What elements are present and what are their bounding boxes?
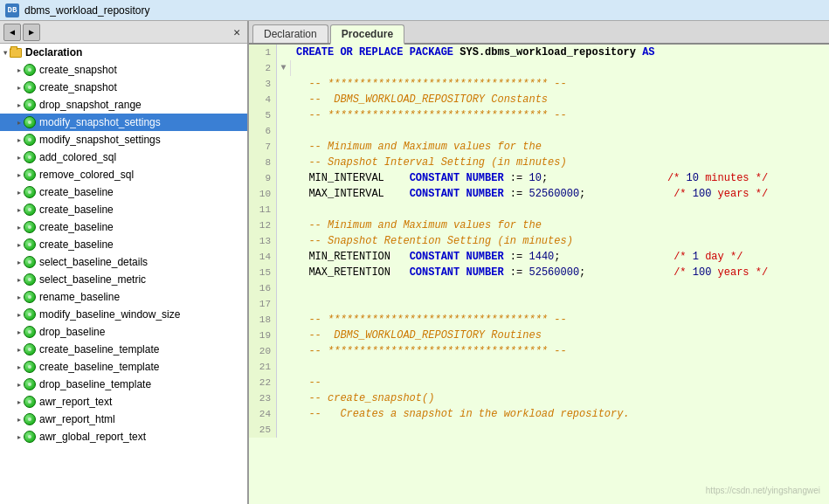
tree-item-create_baseline_3[interactable]: ▸ create_baseline	[0, 218, 247, 236]
arrow-icon: ▸	[17, 433, 21, 441]
tree-item-label: create_baseline	[39, 204, 114, 216]
tree-item-drop_snapshot_range[interactable]: ▸ drop_snapshot_range	[0, 96, 247, 114]
tree-item-awr_global_report_text[interactable]: ▸ awr_global_report_text	[0, 428, 247, 445]
line-number: 4	[249, 92, 277, 107]
code-line-22: 22 --	[249, 375, 829, 390]
line-number: 16	[249, 280, 277, 296]
tree-item-label: select_baseline_metric	[39, 273, 146, 286]
tree-item-label: modify_baseline_window_size	[39, 308, 180, 321]
code-line-21: 21	[249, 359, 829, 375]
tree-item-modify_snapshot_settings_sel[interactable]: ▸ modify_snapshot_settings	[0, 114, 247, 131]
tree-item-label: create_snapshot	[39, 64, 117, 76]
forward-button[interactable]: ▶	[23, 24, 40, 41]
tree-item-label: Declaration	[25, 46, 82, 59]
tree-item-select_baseline_metric[interactable]: ▸ select_baseline_metric	[0, 271, 247, 288]
tree-item-awr_report_text[interactable]: ▸ awr_report_text	[0, 393, 247, 411]
tree-item-modify_baseline_window_size[interactable]: ▸ modify_baseline_window_size	[0, 306, 247, 323]
method-icon	[23, 342, 37, 356]
arrow-icon: ▸	[17, 119, 21, 127]
tree-item-label: create_baseline_template	[39, 343, 159, 356]
code-line-13: 13 -- Snapshot Retention Setting (in min…	[249, 233, 829, 249]
left-panel: ◀ ▶ ✕ ▾ Declaration▸ create_snapshot▸ cr…	[0, 21, 249, 504]
tree-item-awr_report_html[interactable]: ▸ awr_report_html	[0, 411, 247, 428]
line-content: -- *********************************** -…	[291, 343, 567, 359]
line-number: 11	[249, 202, 277, 217]
arrow-icon: ▾	[3, 49, 7, 57]
arrow-icon: ▸	[17, 189, 21, 197]
tree-item-label: drop_snapshot_range	[39, 99, 142, 111]
tree-item-label: create_baseline	[39, 221, 114, 233]
code-line-1: 1CREATE OR REPLACE PACKAGE SYS.dbms_work…	[249, 45, 829, 60]
line-content: MAX_INTERVAL CONSTANT NUMBER := 52560000…	[291, 186, 768, 202]
code-line-24: 24 -- Creates a snapshot in the workload…	[249, 406, 829, 422]
tree-item-drop_baseline[interactable]: ▸ drop_baseline	[0, 323, 247, 341]
tree-item-folder-declaration[interactable]: ▾ Declaration	[0, 44, 247, 61]
line-number: 10	[249, 186, 277, 202]
title-bar: DB dbms_workload_repository	[0, 0, 829, 21]
arrow-icon: ▸	[17, 416, 21, 424]
arrow-icon: ▸	[17, 293, 21, 301]
arrow-icon: ▸	[17, 363, 21, 371]
code-line-15: 15 MAX_RETENTION CONSTANT NUMBER := 5256…	[249, 265, 829, 280]
line-number: 15	[249, 265, 277, 280]
tree-item-drop_baseline_template[interactable]: ▸ drop_baseline_template	[0, 376, 247, 393]
tree-item-create_baseline_template_1[interactable]: ▸ create_baseline_template	[0, 341, 247, 358]
line-fold[interactable]: ▼	[277, 60, 291, 76]
arrow-icon: ▸	[17, 328, 21, 336]
tree-item-label: awr_report_html	[39, 413, 115, 425]
code-line-19: 19 -- DBMS_WORKLOAD_REPOSITORY Routines	[249, 328, 829, 343]
arrow-icon: ▸	[17, 206, 21, 214]
code-line-18: 18 -- **********************************…	[249, 312, 829, 328]
arrow-icon: ▸	[17, 276, 21, 284]
method-icon	[23, 377, 37, 391]
back-button[interactable]: ◀	[3, 24, 21, 41]
tab-procedure[interactable]: Procedure	[330, 24, 404, 45]
tab-bar: DeclarationProcedure	[249, 21, 829, 45]
tree-item-select_baseline_details[interactable]: ▸ select_baseline_details	[0, 253, 247, 271]
tree-item-create_baseline_1[interactable]: ▸ create_baseline	[0, 183, 247, 201]
code-line-7: 7 -- Minimum and Maximum values for the	[249, 139, 829, 155]
line-content: -- *********************************** -…	[291, 312, 567, 328]
method-icon	[23, 98, 37, 112]
line-number: 6	[249, 123, 277, 139]
method-icon	[23, 360, 37, 374]
line-number: 23	[249, 390, 277, 406]
arrow-icon: ▸	[17, 311, 21, 319]
tree-item-create_snapshot_2[interactable]: ▸ create_snapshot	[0, 79, 247, 96]
tree-item-create_snapshot_1[interactable]: ▸ create_snapshot	[0, 61, 247, 79]
tree-item-rename_baseline[interactable]: ▸ rename_baseline	[0, 288, 247, 306]
method-icon	[23, 290, 37, 304]
app-icon: DB	[5, 3, 19, 17]
code-line-20: 20 -- **********************************…	[249, 343, 829, 359]
line-content: -- Minimum and Maximum values for the	[291, 217, 542, 233]
line-content: -- Snapshot Interval Setting (in minutes…	[291, 155, 567, 170]
code-area[interactable]: 1CREATE OR REPLACE PACKAGE SYS.dbms_work…	[249, 45, 829, 504]
code-line-16: 16	[249, 280, 829, 296]
code-line-11: 11	[249, 202, 829, 217]
tree-item-create_baseline_2[interactable]: ▸ create_baseline	[0, 201, 247, 218]
line-content: -- Creates a snapshot in the workload re…	[291, 406, 630, 422]
line-number: 2	[249, 60, 277, 76]
line-content: MAX_RETENTION CONSTANT NUMBER := 5256000…	[291, 265, 768, 280]
line-content: -- create_snapshot()	[291, 390, 434, 406]
line-number: 19	[249, 328, 277, 343]
line-number: 8	[249, 155, 277, 170]
tree-item-remove_colored_sql[interactable]: ▸ remove_colored_sql	[0, 166, 247, 183]
tree-item-create_baseline_4[interactable]: ▸ create_baseline	[0, 236, 247, 253]
tree-item-add_colored_sql[interactable]: ▸ add_colored_sql	[0, 148, 247, 166]
line-content: -- DBMS_WORKLOAD_REPOSITORY Routines	[291, 328, 542, 343]
code-line-14: 14 MIN_RETENTION CONSTANT NUMBER := 1440…	[249, 249, 829, 265]
arrow-icon: ▸	[17, 346, 21, 354]
tab-declaration[interactable]: Declaration	[252, 24, 328, 43]
tree-item-label: awr_report_text	[39, 396, 112, 408]
code-line-12: 12 -- Minimum and Maximum values for the	[249, 217, 829, 233]
close-button[interactable]: ✕	[230, 25, 244, 39]
tree-item-modify_snapshot_settings_2[interactable]: ▸ modify_snapshot_settings	[0, 131, 247, 148]
tree-item-label: add_colored_sql	[39, 151, 116, 163]
method-icon	[23, 255, 37, 269]
line-number: 17	[249, 296, 277, 312]
code-line-5: 5 -- ***********************************…	[249, 107, 829, 123]
line-content: --	[291, 375, 321, 390]
tree-item-create_baseline_template_2[interactable]: ▸ create_baseline_template	[0, 358, 247, 376]
code-line-25: 25	[249, 422, 829, 438]
